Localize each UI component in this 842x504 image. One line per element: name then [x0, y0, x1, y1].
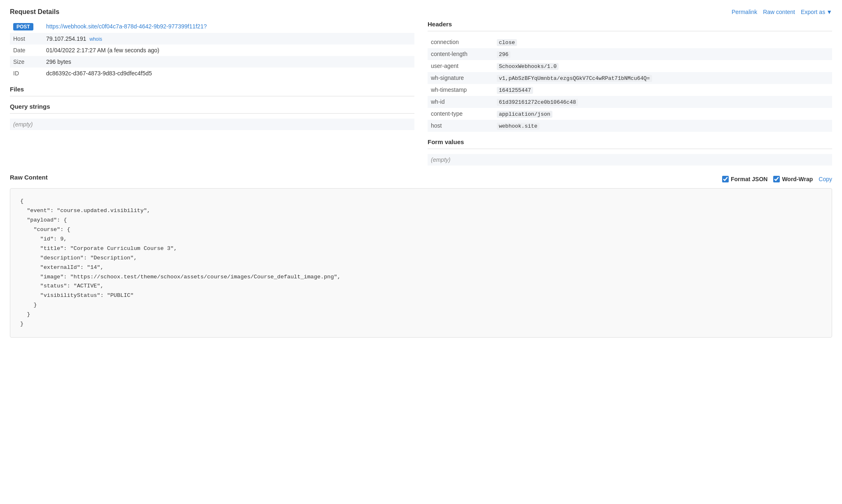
- header-value-cell: 296: [494, 48, 832, 60]
- id-value: dc86392c-d367-4873-9d83-cd9dfec4f5d5: [43, 68, 414, 79]
- table-row: user-agentSchooxWebhooks/1.0: [428, 60, 832, 72]
- permalink-link[interactable]: Permalink: [732, 9, 757, 15]
- table-row: wh-timestamp1641255447: [428, 84, 832, 96]
- files-title: Files: [10, 86, 414, 93]
- url-cell: https://webhook.site/c0f04c7a-878d-4642-…: [43, 21, 414, 33]
- header-name-cell: wh-timestamp: [428, 84, 494, 96]
- form-values-section: Form values (empty): [428, 138, 832, 166]
- method-badge: POST: [13, 23, 33, 30]
- format-json-checkbox[interactable]: [722, 176, 729, 182]
- header-value: application/json: [497, 111, 552, 118]
- table-row: Host 79.107.254.191 whois: [10, 33, 414, 44]
- header-value-cell: 61d392161272ce0b10646c48: [494, 96, 832, 108]
- query-strings-title: Query strings: [10, 103, 414, 110]
- table-row: hostwebhook.site: [428, 120, 832, 132]
- form-values-title: Form values: [428, 138, 832, 145]
- date-value: 01/04/2022 2:17:27 AM (a few seconds ago…: [43, 44, 414, 56]
- export-button[interactable]: Export as ▼: [801, 9, 832, 15]
- headers-divider: [428, 31, 832, 31]
- raw-content-link[interactable]: Raw content: [763, 9, 795, 15]
- date-label: Date: [10, 44, 43, 56]
- table-row: content-length296: [428, 48, 832, 60]
- left-column: POST https://webhook.site/c0f04c7a-878d-…: [10, 21, 414, 166]
- header-value-cell: SchooxWebhooks/1.0: [494, 60, 832, 72]
- header-value-cell: close: [494, 36, 832, 48]
- host-value: 79.107.254.191: [46, 35, 86, 42]
- table-row: Date 01/04/2022 2:17:27 AM (a few second…: [10, 44, 414, 56]
- page-title: Request Details: [10, 8, 59, 16]
- raw-content-header: Raw Content Format JSON Word-Wrap Copy: [10, 174, 832, 184]
- header-value: 1641255447: [497, 87, 533, 94]
- header-name-cell: content-type: [428, 108, 494, 120]
- host-value-cell: 79.107.254.191 whois: [43, 33, 414, 44]
- query-strings-empty: (empty): [10, 119, 414, 130]
- word-wrap-label[interactable]: Word-Wrap: [773, 176, 813, 182]
- header-value-cell: application/json: [494, 108, 832, 120]
- word-wrap-text: Word-Wrap: [782, 176, 813, 182]
- header-value-cell: 1641255447: [494, 84, 832, 96]
- header-name-cell: host: [428, 120, 494, 132]
- header-value: webhook.site: [497, 123, 540, 130]
- table-row: wh-signaturev1,pAbSzBFYqUmnbta/ezgsQGkV7…: [428, 72, 832, 84]
- query-strings-divider: [10, 113, 414, 114]
- export-label: Export as: [801, 9, 825, 15]
- top-bar-links: Permalink Raw content Export as ▼: [732, 9, 832, 15]
- header-value: v1,pAbSzBFYqUmnbta/ezgsQGkV7Cc4wRPat71bN…: [497, 75, 652, 82]
- size-label: Size: [10, 56, 43, 68]
- header-value: 296: [497, 51, 510, 58]
- host-label: Host: [10, 33, 43, 44]
- id-label: ID: [10, 68, 43, 79]
- header-value-cell: webhook.site: [494, 120, 832, 132]
- header-value: 61d392161272ce0b10646c48: [497, 99, 578, 106]
- header-value-cell: v1,pAbSzBFYqUmnbta/ezgsQGkV7Cc4wRPat71bN…: [494, 72, 832, 84]
- raw-content-title: Raw Content: [10, 174, 48, 181]
- whois-link[interactable]: whois: [89, 36, 102, 42]
- query-strings-section: Query strings (empty): [10, 103, 414, 130]
- header-name-cell: connection: [428, 36, 494, 48]
- request-url[interactable]: https://webhook.site/c0f04c7a-878d-4642-…: [46, 23, 207, 30]
- copy-button[interactable]: Copy: [819, 176, 832, 182]
- table-row: ID dc86392c-d367-4873-9d83-cd9dfec4f5d5: [10, 68, 414, 79]
- raw-content-section: Raw Content Format JSON Word-Wrap Copy {…: [10, 174, 832, 338]
- headers-section: Headers connectionclosecontent-length296…: [428, 21, 832, 132]
- raw-content-box: { "event": "course.updated.visibility", …: [10, 188, 832, 338]
- header-name-cell: user-agent: [428, 60, 494, 72]
- method-cell: POST: [10, 21, 43, 33]
- table-row: POST https://webhook.site/c0f04c7a-878d-…: [10, 21, 414, 33]
- files-divider: [10, 96, 414, 96]
- header-value: close: [497, 39, 517, 46]
- format-json-text: Format JSON: [731, 176, 767, 182]
- header-name-cell: content-length: [428, 48, 494, 60]
- header-name-cell: wh-signature: [428, 72, 494, 84]
- header-value: SchooxWebhooks/1.0: [497, 63, 559, 70]
- table-row: connectionclose: [428, 36, 832, 48]
- table-row: Size 296 bytes: [10, 56, 414, 68]
- table-row: wh-id61d392161272ce0b10646c48: [428, 96, 832, 108]
- raw-content-controls: Format JSON Word-Wrap Copy: [722, 176, 832, 182]
- chevron-down-icon: ▼: [826, 9, 832, 15]
- top-bar: Request Details Permalink Raw content Ex…: [10, 8, 832, 16]
- format-json-label[interactable]: Format JSON: [722, 176, 767, 182]
- size-value: 296 bytes: [43, 56, 414, 68]
- form-values-divider: [428, 149, 832, 149]
- raw-content-pre: { "event": "course.updated.visibility", …: [20, 197, 822, 329]
- headers-table: connectionclosecontent-length296user-age…: [428, 36, 832, 132]
- headers-title: Headers: [428, 21, 832, 28]
- main-content: POST https://webhook.site/c0f04c7a-878d-…: [10, 21, 832, 166]
- request-details-table: POST https://webhook.site/c0f04c7a-878d-…: [10, 21, 414, 79]
- table-row: content-typeapplication/json: [428, 108, 832, 120]
- form-values-empty: (empty): [428, 154, 832, 166]
- word-wrap-checkbox[interactable]: [773, 176, 780, 182]
- right-column: Headers connectionclosecontent-length296…: [428, 21, 832, 166]
- files-section: Files: [10, 86, 414, 96]
- top-bar-left: Request Details: [10, 8, 59, 16]
- header-name-cell: wh-id: [428, 96, 494, 108]
